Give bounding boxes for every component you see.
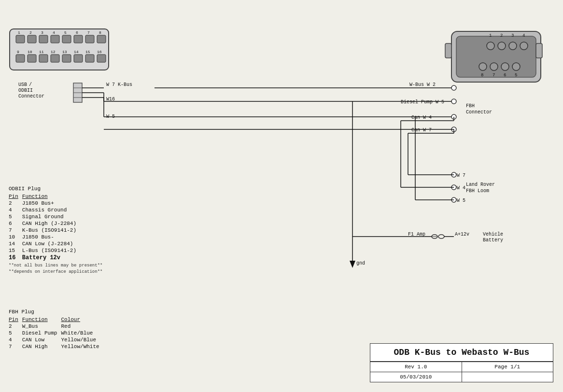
revision-cell: Rev 1.0 [370,362,462,372]
fbh-row-4: 7CAN HighYellow/White [9,343,103,350]
svg-text:Can    W 4: Can W 4 [411,115,432,120]
svg-rect-3 [39,35,48,43]
svg-text:1: 1 [18,30,20,35]
svg-text:Battery: Battery [483,238,503,243]
svg-rect-9 [16,55,25,62]
svg-rect-16 [97,55,106,62]
svg-point-105 [479,63,487,70]
obd-plug-table: ODBII Plug Pin Function 2J1850 Bus+ 4Cha… [9,186,102,274]
svg-text:W 4: W 4 [457,185,465,191]
fbh-row-1: 2W_BusRed [9,323,103,330]
svg-text:A+12v: A+12v [455,232,469,237]
svg-text:13: 13 [62,50,67,54]
svg-text:5: 5 [515,73,517,78]
svg-point-100 [487,42,494,50]
svg-text:5: 5 [64,30,67,35]
svg-rect-13 [62,55,71,62]
obd-row-8: 15L-Bus (ISO9141-2) [9,247,78,254]
svg-text:15: 15 [85,50,90,54]
svg-rect-10 [28,55,36,62]
svg-text:9: 9 [17,50,19,54]
svg-rect-14 [74,55,83,62]
svg-text:11: 11 [39,50,44,54]
svg-text:16: 16 [97,50,102,54]
svg-point-86 [438,235,444,238]
svg-text:8: 8 [99,30,101,35]
svg-text:gnd: gnd [356,261,365,266]
obd-row-7: 14CAN Low (J-2284) [9,240,78,247]
obd-row-9: 16 Battery 12v [9,254,78,262]
svg-text:W-Bus  W 2: W-Bus W 2 [409,82,436,87]
svg-rect-4 [51,35,59,43]
svg-point-54 [451,99,456,104]
page-cell: Page 1/1 [462,362,553,372]
svg-text:2: 2 [29,30,32,35]
svg-rect-5 [62,35,71,43]
svg-text:/: / [29,82,32,87]
svg-text:6: 6 [76,30,78,35]
svg-point-98 [509,42,517,50]
svg-rect-15 [85,55,94,62]
svg-point-52 [451,85,456,90]
svg-text:1: 1 [489,33,492,38]
svg-rect-11 [39,55,48,62]
fbh-plug-title: FBH Plug [9,309,103,315]
fbh-row-3: 4CAN LowYellow/Blue [9,336,103,343]
svg-text:Connector: Connector [466,110,492,115]
svg-point-106 [490,63,498,70]
svg-text:USB: USB [18,82,27,87]
obd-row-2: 4Chassis Ground [9,207,78,213]
svg-text:4: 4 [53,30,55,35]
function-header: Function [22,193,78,200]
svg-text:4: 4 [522,33,525,38]
svg-text:FBH Loom: FBH Loom [466,188,489,194]
svg-rect-114 [536,43,542,58]
fbh-row-2: 5Diesel PumpWhite/Blue [9,330,103,336]
svg-text:8: 8 [481,73,483,78]
svg-point-97 [520,42,528,50]
note-2: **depends on interface application** [9,269,102,274]
svg-text:W 7  K-Bus: W 7 K-Bus [106,82,132,87]
fbh-colour-header: Colour [61,316,103,323]
svg-text:7: 7 [87,30,90,35]
fbh-function-header: Function [22,316,61,323]
svg-text:Land Rover: Land Rover [466,182,495,187]
note-1: **not all bus lines may be present** [9,263,102,268]
svg-point-108 [512,63,520,70]
svg-text:FBH: FBH [466,103,475,109]
fbh-pin-header: Pin [9,316,22,323]
svg-text:7: 7 [493,73,495,78]
svg-rect-1 [16,35,25,43]
empty-cell [462,372,553,382]
svg-text:3: 3 [511,33,514,38]
obd-row-5: 7K-Bus (ISO9141-2) [9,227,78,234]
svg-text:6: 6 [504,73,506,78]
svg-text:3: 3 [41,30,43,35]
obd-row-1: 2J1850 Bus+ [9,200,78,207]
fbh-plug-table: FBH Plug Pin Function Colour 2W_BusRed 5… [9,309,103,350]
svg-point-107 [501,63,509,70]
obd-row-4: 6CAN High (J-2284) [9,220,78,227]
svg-text:Can    W 7: Can W 7 [411,127,432,133]
title-box: ODB K-Bus to Webasto W-Bus Rev 1.0 Page … [370,343,553,382]
svg-text:2: 2 [500,33,503,38]
svg-rect-8 [97,35,106,43]
svg-rect-6 [74,35,83,43]
svg-rect-113 [445,43,451,58]
svg-text:W 5: W 5 [457,198,465,203]
obd-plug-title: ODBII Plug [9,186,102,192]
svg-rect-2 [28,35,36,43]
svg-text:F1 Amp: F1 Amp [408,232,425,237]
pin-header: Pin [9,193,22,200]
diagram-title: ODB K-Bus to Webasto W-Bus [370,344,553,362]
svg-text:ODBII: ODBII [18,88,33,93]
svg-rect-7 [85,35,94,43]
obd-row-3: 5Signal Ground [9,213,78,220]
date-cell: 05/03/2010 [370,372,462,382]
svg-text:W 7: W 7 [457,173,465,178]
svg-text:Connector: Connector [18,94,44,99]
svg-text:14: 14 [74,50,79,54]
svg-rect-12 [51,55,59,62]
svg-text:Vehicle: Vehicle [483,232,503,237]
svg-text:10: 10 [28,50,32,54]
